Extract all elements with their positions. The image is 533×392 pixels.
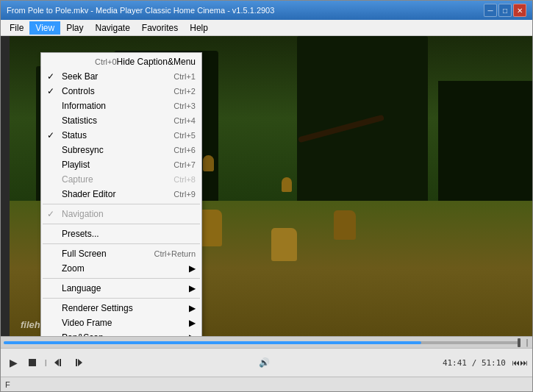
menu-bar: File View Play Navigate Favorites Help [1,20,532,36]
volume-icon: 🔊 [259,357,270,368]
separator-3 [43,243,200,244]
svg-marker-3 [78,359,82,366]
menu-fullscreen[interactable]: Full Screen Ctrl+Return [41,246,201,261]
menu-file[interactable]: File [4,21,29,35]
svg-rect-2 [60,359,61,366]
seek-bar-area: | [1,337,532,349]
app-window: From Pole to Pole.mkv - Media Player Cla… [0,0,533,392]
menu-seek-bar[interactable]: ✓ Seek Bar Ctrl+1 [41,69,201,84]
window-controls: ─ □ ✕ [484,4,526,17]
menu-shader-editor[interactable]: Shader Editor Ctrl+9 [41,187,201,202]
current-time: 41:41 [443,358,467,368]
time-separator: / [472,358,482,368]
prev-button[interactable] [51,354,67,371]
menu-information[interactable]: Information Ctrl+3 [41,99,201,113]
menu-playlist[interactable]: Playlist Ctrl+7 [41,157,201,172]
next-icon [73,358,83,367]
menu-navigate[interactable]: Navigate [89,21,135,35]
total-time: 51:10 [482,358,506,368]
menu-favorites[interactable]: Favorites [136,21,184,35]
separator-4 [43,278,200,279]
separator-5 [43,298,200,299]
controls-row: ▶ | 🔊 41:41 / 51:10 ⏮⏭ [1,349,532,377]
stop-button[interactable] [24,354,40,371]
dropdown-overlay: Ctrl+0 Hide Caption&Menu ✓ Seek Bar Ctrl… [10,36,532,336]
menu-view[interactable]: View [29,21,60,35]
status-bar: F [1,377,532,391]
svg-rect-0 [29,359,36,366]
menu-help[interactable]: Help [184,21,214,35]
seek-track[interactable] [4,341,519,344]
menu-play[interactable]: Play [60,21,89,35]
menu-renderer-settings[interactable]: Renderer Settings ▶ [41,301,201,316]
bottom-controls: | ▶ | 🔊 41:41 / 51:10 ⏮⏭ [1,336,532,377]
separator-ctrl: | [43,359,48,366]
main-content: filehorse.com Ctrl+0 Hide Caption&Menu ✓… [1,36,532,336]
time-display: 41:41 / 51:10 [443,358,506,368]
menu-navigation: ✓ Navigation [41,207,201,221]
window-title: From Pole to Pole.mkv - Media Player Cla… [7,6,274,15]
stop-icon [28,358,37,367]
svg-marker-1 [54,359,59,366]
menu-presets[interactable]: Presets... [41,227,201,241]
videoframe-submenu-arrow: ▶ [182,318,196,328]
seek-progress [4,341,421,344]
seek-time-indicator: | [525,338,529,346]
menu-statistics[interactable]: Statistics Ctrl+4 [41,113,201,128]
panscan-submenu-arrow: ▶ [182,332,196,336]
maximize-button[interactable]: □ [498,4,512,17]
zoom-submenu-arrow: ▶ [182,263,196,274]
menu-subresync[interactable]: Subresync Ctrl+6 [41,143,201,157]
language-submenu-arrow: ▶ [182,283,196,293]
menu-hide-caption[interactable]: Ctrl+0 Hide Caption&Menu [41,54,201,69]
menu-status[interactable]: ✓ Status Ctrl+5 [41,128,201,143]
view-dropdown-menu: Ctrl+0 Hide Caption&Menu ✓ Seek Bar Ctrl… [40,52,202,336]
renderer-submenu-arrow: ▶ [182,303,196,313]
left-panel [1,36,10,336]
menu-language[interactable]: Language ▶ [41,281,201,296]
separator-1 [43,204,200,204]
menu-capture: Capture Ctrl+8 [41,172,201,187]
seek-thumb [518,338,521,347]
nav-icons: ⏮⏭ [512,358,528,367]
menu-video-frame[interactable]: Video Frame ▶ [41,316,201,330]
menu-zoom[interactable]: Zoom ▶ [41,261,201,276]
svg-rect-4 [76,359,77,366]
play-button[interactable]: ▶ [5,354,21,371]
separator-2 [43,224,200,224]
menu-controls[interactable]: ✓ Controls Ctrl+2 [41,84,201,99]
close-button[interactable]: ✕ [513,4,526,17]
status-text: F [5,380,10,389]
title-bar: From Pole to Pole.mkv - Media Player Cla… [1,1,532,20]
next-button[interactable] [70,354,86,371]
menu-pan-scan[interactable]: Pan&Scan ▶ [41,330,201,336]
minimize-button[interactable]: ─ [484,4,497,17]
volume-area: 🔊 [259,357,270,368]
prev-icon [54,358,64,367]
video-area: filehorse.com Ctrl+0 Hide Caption&Menu ✓… [10,36,532,336]
